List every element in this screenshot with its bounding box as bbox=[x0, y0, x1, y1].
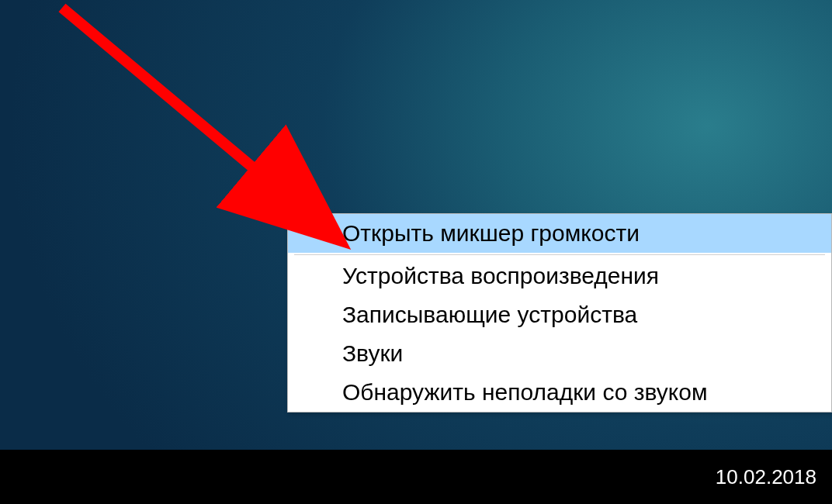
menu-item-open-volume-mixer[interactable]: Открыть микшер громкости bbox=[288, 214, 831, 253]
menu-item-label: Записывающие устройства bbox=[342, 302, 637, 327]
menu-item-label: Обнаружить неполадки со звуком bbox=[342, 379, 708, 405]
menu-item-recording-devices[interactable]: Записывающие устройства bbox=[288, 295, 831, 334]
svg-line-1 bbox=[62, 8, 326, 229]
volume-context-menu: Открыть микшер громкости Устройства восп… bbox=[287, 213, 832, 413]
menu-item-label: Устройства воспроизведения bbox=[342, 263, 659, 288]
menu-item-troubleshoot-sound[interactable]: Обнаружить неполадки со звуком bbox=[288, 373, 831, 412]
menu-separator bbox=[294, 254, 825, 255]
menu-item-label: Звуки bbox=[342, 340, 403, 366]
menu-item-sounds[interactable]: Звуки bbox=[288, 334, 831, 373]
taskbar-date: 10.02.2018 bbox=[716, 465, 816, 489]
menu-item-label: Открыть микшер громкости bbox=[342, 220, 640, 246]
taskbar: 10.02.2018 bbox=[0, 450, 832, 504]
menu-item-playback-devices[interactable]: Устройства воспроизведения bbox=[288, 257, 831, 295]
